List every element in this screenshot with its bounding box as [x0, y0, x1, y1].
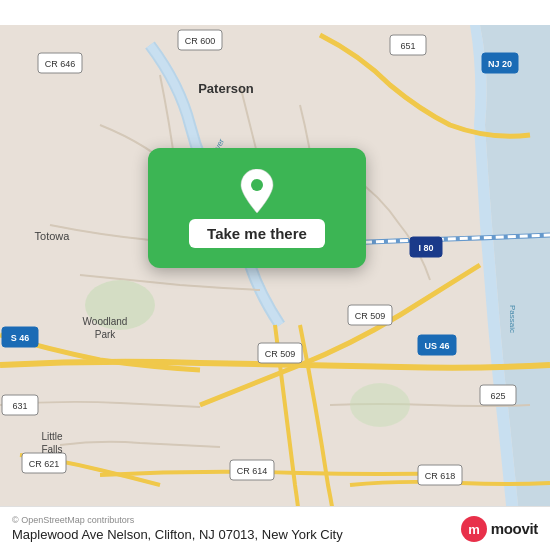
svg-text:Passaic: Passaic	[508, 305, 517, 333]
svg-text:CR 509: CR 509	[265, 349, 296, 359]
map-container: CR 646 CR 600 651 NJ 20 I 80 S 46 US 46 …	[0, 0, 550, 550]
svg-text:S 46: S 46	[11, 333, 30, 343]
svg-text:Little: Little	[41, 431, 63, 442]
svg-text:625: 625	[490, 391, 505, 401]
svg-text:651: 651	[400, 41, 415, 51]
map-background: CR 646 CR 600 651 NJ 20 I 80 S 46 US 46 …	[0, 0, 550, 550]
svg-text:Park: Park	[95, 329, 117, 340]
location-pin-icon	[239, 169, 275, 213]
moovit-logo: m moovit	[461, 516, 538, 542]
svg-point-3	[350, 383, 410, 427]
svg-text:CR 618: CR 618	[425, 471, 456, 481]
svg-text:CR 509: CR 509	[355, 311, 386, 321]
svg-text:CR 600: CR 600	[185, 36, 216, 46]
svg-text:Woodland: Woodland	[83, 316, 128, 327]
copyright-text: © OpenStreetMap contributors	[12, 515, 451, 525]
address-container: © OpenStreetMap contributors Maplewood A…	[12, 515, 451, 542]
svg-text:CR 614: CR 614	[237, 466, 268, 476]
location-card: Take me there	[148, 148, 366, 268]
svg-text:NJ 20: NJ 20	[488, 59, 512, 69]
svg-text:m: m	[468, 522, 480, 537]
bottom-bar: © OpenStreetMap contributors Maplewood A…	[0, 506, 550, 550]
moovit-brand-icon: m	[461, 516, 487, 542]
svg-text:631: 631	[12, 401, 27, 411]
moovit-label: moovit	[491, 520, 538, 537]
take-me-there-button[interactable]: Take me there	[189, 219, 325, 248]
svg-text:Paterson: Paterson	[198, 81, 254, 96]
svg-text:US 46: US 46	[424, 341, 449, 351]
svg-text:I 80: I 80	[418, 243, 433, 253]
svg-text:Falls: Falls	[41, 444, 62, 455]
svg-point-40	[251, 179, 263, 191]
svg-text:CR 621: CR 621	[29, 459, 60, 469]
svg-text:Totowa: Totowa	[35, 230, 71, 242]
address-text: Maplewood Ave Nelson, Clifton, NJ 07013,…	[12, 527, 451, 542]
svg-text:CR 646: CR 646	[45, 59, 76, 69]
